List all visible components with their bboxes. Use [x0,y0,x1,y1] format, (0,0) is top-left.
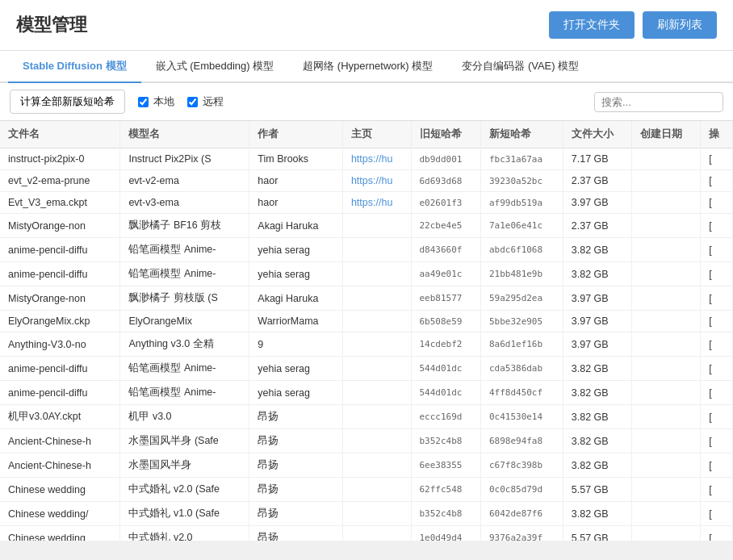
open-folder-button[interactable]: 打开文件夹 [549,11,635,39]
cell-15-7 [631,502,700,526]
cell-8-2: 9 [249,332,343,357]
table-row: Evt_V3_ema.ckptevt-v3-emahaorhttps://hue… [0,192,733,214]
cell-14-7 [631,478,700,502]
cell-7-7 [631,311,700,332]
cell-16-6: 5.57 GB [563,526,631,541]
toolbar: 计算全部新版短哈希 本地 远程 [0,83,733,121]
cell-12-2: 昂扬 [249,429,343,453]
table-row: Ancient-Chinese-h水墨国风半身昂扬6ee38355c67f8c3… [0,453,733,478]
cell-10-8: [ [701,381,733,405]
table-row: Chinese wedding/中式婚礼 v1.0 (Safe昂扬b352c4b… [0,502,733,526]
cell-1-0: evt_v2-ema-prune [0,170,120,192]
tab-0[interactable]: Stable Diffusion 模型 [8,51,141,83]
refresh-list-button[interactable]: 刷新列表 [643,11,717,39]
cell-16-7 [631,526,700,541]
tab-2[interactable]: 超网络 (Hypernetwork) 模型 [288,51,447,83]
col-header-6: 文件大小 [563,121,631,148]
cell-12-0: Ancient-Chinese-h [0,429,120,453]
cell-4-8: [ [701,238,733,262]
tab-3[interactable]: 变分自编码器 (VAE) 模型 [447,51,593,83]
table-header-row: 文件名模型名作者主页旧短哈希新短哈希文件大小创建日期操 [0,121,733,148]
cell-14-6: 5.57 GB [563,478,631,502]
table-row: ElyOrangeMix.ckpElyOrangeMixWarriorMama6… [0,311,733,332]
cell-14-8: [ [701,478,733,502]
cell-14-0: Chinese wedding [0,478,120,502]
cell-12-8: [ [701,429,733,453]
cell-6-7 [631,286,700,311]
cell-15-8: [ [701,502,733,526]
cell-3-0: MistyOrange-non [0,214,120,238]
cell-12-6: 3.82 GB [563,429,631,453]
cell-10-7 [631,381,700,405]
cell-9-5: cda5386dab [480,357,563,381]
cell-15-3 [342,502,411,526]
cell-5-7 [631,262,700,286]
col-header-8: 操 [701,121,733,148]
cell-8-4: 14cdebf2 [411,332,480,357]
calc-hash-button[interactable]: 计算全部新版短哈希 [10,90,125,114]
cell-14-1: 中式婚礼 v2.0 (Safe [120,478,249,502]
cell-2-3[interactable]: https://hu [342,192,411,214]
cell-13-8: [ [701,453,733,478]
cell-1-4: 6d693d68 [411,170,480,192]
search-input[interactable] [594,92,723,112]
cell-1-3[interactable]: https://hu [342,170,411,192]
cell-11-5: 0c41530e14 [480,405,563,429]
cell-13-3 [342,453,411,478]
header-buttons: 打开文件夹 刷新列表 [549,11,717,39]
cell-15-6: 3.82 GB [563,502,631,526]
cell-16-4: 1e0d49d4 [411,526,480,541]
cell-6-1: 飘渺橘子 剪枝版 (S [120,286,249,311]
col-header-0: 文件名 [0,121,120,148]
table-row: Chinese wedding中式婚礼 v2.0 (Safe昂扬62ffc548… [0,478,733,502]
table-row: anime-pencil-diffu铅笔画模型 Anime-yehia sera… [0,238,733,262]
col-header-4: 旧短哈希 [411,121,480,148]
tab-1[interactable]: 嵌入式 (Embedding) 模型 [141,51,289,83]
cell-8-3 [342,332,411,357]
cell-14-4: 62ffc548 [411,478,480,502]
cell-0-3[interactable]: https://hu [342,148,411,170]
cell-7-0: ElyOrangeMix.ckp [0,311,120,332]
cell-13-0: Ancient-Chinese-h [0,453,120,478]
cell-1-5: 39230a52bc [480,170,563,192]
cell-3-4: 22cbe4e5 [411,214,480,238]
cell-14-5: 0c0c85d79d [480,478,563,502]
cell-13-7 [631,453,700,478]
cell-11-3 [342,405,411,429]
cell-16-2: 昂扬 [249,526,343,541]
cell-15-0: Chinese wedding/ [0,502,120,526]
cell-3-7 [631,214,700,238]
table-body: instruct-pix2pix-0Instruct Pix2Pix (STim… [0,148,733,541]
cell-0-4: db9dd001 [411,148,480,170]
cell-14-2: 昂扬 [249,478,343,502]
cell-13-5: c67f8c398b [480,453,563,478]
cell-12-1: 水墨国风半身 (Safe [120,429,249,453]
cell-3-6: 2.37 GB [563,214,631,238]
cell-5-3 [342,262,411,286]
cell-11-7 [631,405,700,429]
cell-6-4: eeb81577 [411,286,480,311]
cell-5-1: 铅笔画模型 Anime- [120,262,249,286]
cell-11-8: [ [701,405,733,429]
cell-9-3 [342,357,411,381]
remote-checkbox[interactable] [187,97,198,107]
page-title: 模型管理 [16,13,87,37]
cell-4-4: d843660f [411,238,480,262]
cell-9-7 [631,357,700,381]
cell-1-7 [631,170,700,192]
table-container: 文件名模型名作者主页旧短哈希新短哈希文件大小创建日期操 instruct-pix… [0,121,733,541]
local-checkbox[interactable] [138,97,149,107]
remote-checkbox-group: 远程 [187,94,224,109]
cell-3-3 [342,214,411,238]
remote-label: 远程 [203,94,224,109]
cell-12-7 [631,429,700,453]
cell-2-0: Evt_V3_ema.ckpt [0,192,120,214]
local-label: 本地 [153,94,174,109]
cell-1-2: haor [249,170,343,192]
cell-6-6: 3.97 GB [563,286,631,311]
cell-5-6: 3.82 GB [563,262,631,286]
cell-2-8: [ [701,192,733,214]
cell-8-1: Anything v3.0 全精 [120,332,249,357]
cell-16-5: 9376a2a39f [480,526,563,541]
cell-7-5: 5bbe32e905 [480,311,563,332]
